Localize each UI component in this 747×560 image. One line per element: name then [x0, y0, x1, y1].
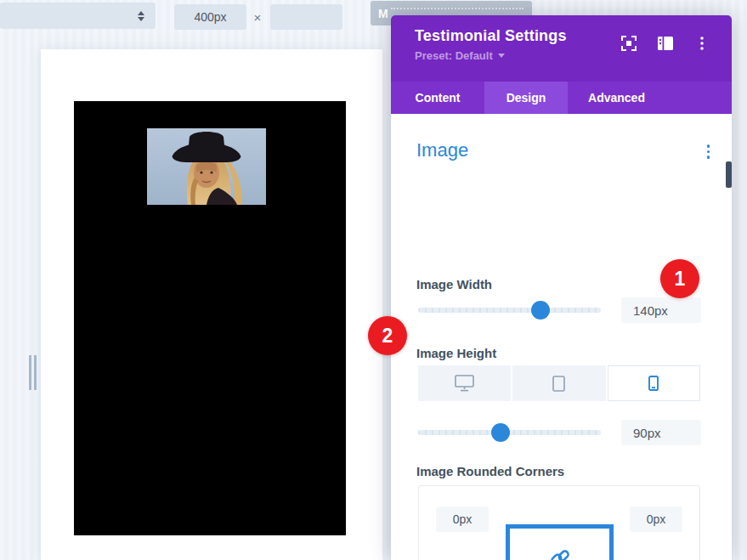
dock-panel-icon[interactable]: [658, 36, 673, 51]
image-height-value-input[interactable]: [621, 420, 701, 445]
annotation-step-1-badge: 1: [660, 259, 699, 298]
preview-canvas: [41, 49, 382, 560]
tab-content[interactable]: Content: [391, 82, 484, 114]
tab-design[interactable]: Design: [484, 82, 568, 114]
image-width-slider-track[interactable]: [418, 308, 601, 313]
obscured-button-label: M: [378, 7, 388, 20]
image-height-slider-thumb[interactable]: [491, 423, 510, 442]
device-tab-tablet[interactable]: [512, 365, 605, 401]
image-width-value-input[interactable]: [621, 297, 701, 323]
canvas-size-select[interactable]: [0, 3, 156, 29]
tab-advanced[interactable]: Advanced: [568, 82, 665, 114]
device-tab-phone[interactable]: [608, 365, 700, 401]
testimonial-module-preview[interactable]: [74, 101, 346, 535]
testimonial-portrait-image: [147, 128, 266, 205]
rounded-corners-widget: [418, 485, 700, 560]
link-corner-values-toggle[interactable]: [506, 524, 614, 560]
annotation-step-2-badge: 2: [368, 316, 407, 355]
divi-builder-screen: × M: [0, 0, 747, 560]
expand-panel-icon[interactable]: [621, 36, 637, 51]
panel-header: Testimonial Settings Preset: Default: [391, 15, 732, 82]
image-section-heading: Image: [416, 139, 468, 161]
panel-scrollbar-thumb[interactable]: [726, 161, 732, 188]
link-icon: [549, 546, 571, 560]
canvas-height-input[interactable]: [270, 4, 342, 30]
image-height-slider-track[interactable]: [418, 430, 601, 435]
preset-label: Preset: Default: [415, 49, 493, 62]
canvas-resize-handle[interactable]: [29, 355, 37, 390]
panel-options-kebab-icon[interactable]: [694, 36, 710, 51]
canvas-width-input[interactable]: [174, 4, 246, 30]
panel-tabbar: Content Design Advanced: [391, 82, 732, 114]
corner-top-right-input[interactable]: [630, 506, 682, 532]
preset-caret-icon: [498, 54, 505, 58]
dimension-separator: ×: [249, 4, 266, 30]
image-rounded-corners-label: Image Rounded Corners: [416, 464, 564, 478]
device-tab-desktop[interactable]: [418, 365, 511, 401]
image-height-label: Image Height: [416, 346, 496, 360]
image-section-options-icon[interactable]: [707, 139, 710, 159]
image-width-slider-thumb[interactable]: [531, 301, 550, 320]
image-width-label: Image Width: [416, 277, 492, 291]
panel-body: Image Image Width Image Height: [391, 114, 732, 560]
select-sort-arrows-icon: [138, 11, 144, 21]
corner-top-left-input[interactable]: [436, 506, 489, 532]
responsive-device-tabs: [418, 365, 700, 401]
preset-dropdown[interactable]: Preset: Default: [415, 49, 505, 62]
